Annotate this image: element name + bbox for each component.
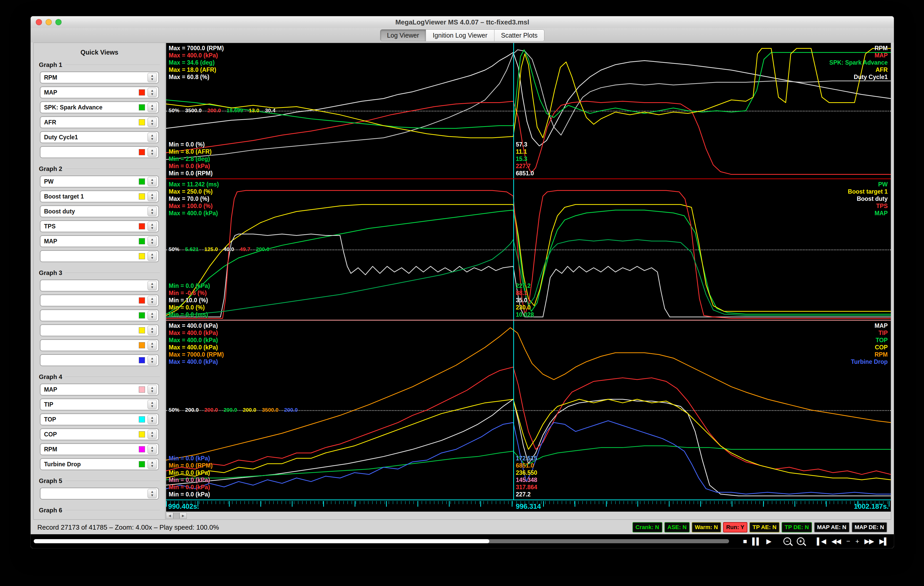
zoom-in-button[interactable]: + xyxy=(797,537,805,545)
stepper-arrows-icon[interactable]: ▲▼ xyxy=(148,430,157,439)
stepper-arrows-icon[interactable]: ▲▼ xyxy=(148,237,157,246)
tab-log-viewer[interactable]: Log Viewer xyxy=(380,30,426,41)
stepper-arrows-icon[interactable]: ▲▼ xyxy=(148,88,157,97)
quick-view-select[interactable]: Boost duty▲▼ xyxy=(40,205,159,217)
graph-group-label: Graph 4 xyxy=(39,373,160,381)
quick-view-select[interactable]: ▲▼ xyxy=(40,146,159,158)
scrollbar-thumb[interactable] xyxy=(173,513,180,519)
log-graph-2[interactable]: Max = 11.242 (ms)Max = 250.0 (%)Max = 70… xyxy=(166,178,891,320)
series-color-swatch xyxy=(139,119,145,125)
stepper-arrows-icon[interactable]: ▲▼ xyxy=(148,445,157,454)
zoom-out-button[interactable]: − xyxy=(784,537,791,545)
rewind-button[interactable]: ◀◀ xyxy=(831,538,841,545)
step-forward-button[interactable]: + xyxy=(855,538,859,545)
stepper-arrows-icon[interactable]: ▲▼ xyxy=(148,177,157,186)
quick-view-select[interactable]: MAP▲▼ xyxy=(40,235,159,247)
series-color-swatch xyxy=(139,446,145,452)
indicator-ase[interactable]: ASE: N xyxy=(665,522,690,532)
stepper-arrows-icon[interactable]: ▲▼ xyxy=(148,356,157,365)
playback-bar: ■▌▌▶−+▌◀◀◀−+▶▶▶▌ xyxy=(31,534,894,548)
step-back-button[interactable]: − xyxy=(846,538,850,545)
indicator-crank[interactable]: Crank: N xyxy=(632,522,662,532)
stepper-arrows-icon[interactable]: ▲▼ xyxy=(148,311,157,320)
selected-channel-label: Turbine Drop xyxy=(44,461,81,468)
quick-view-select[interactable]: MAP▲▼ xyxy=(40,384,159,396)
stepper-arrows-icon[interactable]: ▲▼ xyxy=(148,251,157,261)
stepper-arrows-icon[interactable]: ▲▼ xyxy=(148,118,157,127)
stepper-arrows-icon[interactable]: ▲▼ xyxy=(148,341,157,350)
stepper-arrows-icon[interactable]: ▲▼ xyxy=(148,489,157,498)
log-graph-3[interactable]: Max = 400.0 (kPa)Max = 400.0 (kPa)Max = … xyxy=(166,320,891,500)
stepper-arrows-icon[interactable]: ▲▼ xyxy=(148,296,157,305)
stepper-arrows-icon[interactable]: ▲▼ xyxy=(148,103,157,112)
log-graph-1[interactable]: Max = 7000.0 (RPM)Max = 400.0 (kPa)Max =… xyxy=(166,43,891,178)
quick-view-select[interactable]: ▲▼ xyxy=(40,280,159,291)
cursor-line[interactable] xyxy=(513,179,514,320)
play-button[interactable]: ▶ xyxy=(766,538,771,545)
series-line-RPM xyxy=(166,328,891,460)
position-thumb[interactable] xyxy=(34,539,489,543)
quick-view-select[interactable]: ▲▼ xyxy=(40,339,159,351)
quick-view-select[interactable]: ▲▼ xyxy=(40,250,159,262)
time-axis[interactable]: 990.402s. 996.314 1002.187s. xyxy=(166,500,891,512)
stepper-arrows-icon[interactable]: ▲▼ xyxy=(148,326,157,335)
quick-view-select[interactable]: TPS▲▼ xyxy=(40,220,159,232)
selected-channel-label: PW xyxy=(44,178,54,185)
stepper-arrows-icon[interactable]: ▲▼ xyxy=(148,133,157,142)
fast-forward-button[interactable]: ▶▶ xyxy=(865,538,874,545)
indicator-run[interactable]: Run: Y xyxy=(723,522,747,532)
stepper-arrows-icon[interactable]: ▲▼ xyxy=(148,207,157,216)
stepper-arrows-icon[interactable]: ▲▼ xyxy=(148,222,157,231)
indicator-map-de[interactable]: MAP DE: N xyxy=(851,522,888,532)
app-window: MegaLogViewer MS 4.0.07 – ttc-fixed3.msl… xyxy=(30,16,894,548)
indicator-map-ae[interactable]: MAP AE: N xyxy=(814,522,850,532)
quick-view-select[interactable]: SPK: Spark Advance▲▼ xyxy=(40,101,159,113)
pause-button[interactable]: ▌▌ xyxy=(752,538,761,545)
skip-start-button[interactable]: ▌◀ xyxy=(817,538,826,545)
stepper-arrows-icon[interactable]: ▲▼ xyxy=(148,73,157,82)
indicator-tp-ae[interactable]: TP AE: N xyxy=(749,522,779,532)
stepper-arrows-icon[interactable]: ▲▼ xyxy=(148,385,157,394)
tab-scatter-plots[interactable]: Scatter Plots xyxy=(495,30,544,41)
scroll-left-icon[interactable]: ◀ xyxy=(166,513,173,519)
minimize-button[interactable] xyxy=(46,19,52,25)
quick-view-select[interactable]: Duty Cycle1▲▼ xyxy=(40,131,159,143)
stepper-arrows-icon[interactable]: ▲▼ xyxy=(148,281,157,290)
quick-view-select[interactable]: ▲▼ xyxy=(40,354,159,366)
quick-view-select[interactable]: COP▲▼ xyxy=(40,428,159,440)
quick-view-select[interactable]: Boost target 1▲▼ xyxy=(40,190,159,202)
quick-view-select[interactable]: ▲▼ xyxy=(40,324,159,336)
series-color-swatch xyxy=(139,327,145,333)
maximize-button[interactable] xyxy=(55,19,61,25)
quick-view-select[interactable]: TOP▲▼ xyxy=(40,413,159,425)
stepper-arrows-icon[interactable]: ▲▼ xyxy=(148,415,157,424)
quick-view-select[interactable]: TIP▲▼ xyxy=(40,399,159,410)
quick-view-select[interactable]: ▲▼ xyxy=(40,309,159,321)
quick-view-select[interactable]: ▲▼ xyxy=(40,488,159,500)
selected-channel-label: AFR xyxy=(44,119,56,126)
selected-channel-label: SPK: Spark Advance xyxy=(44,104,102,111)
quick-view-select[interactable]: RPM▲▼ xyxy=(40,72,159,83)
stop-button[interactable]: ■ xyxy=(743,538,747,545)
stepper-arrows-icon[interactable]: ▲▼ xyxy=(148,192,157,201)
quick-view-select[interactable]: ▲▼ xyxy=(40,295,159,306)
stepper-arrows-icon[interactable]: ▲▼ xyxy=(148,147,157,157)
time-end-label: 1002.187s. xyxy=(854,503,889,510)
tab-ignition-log-viewer[interactable]: Ignition Log Viewer xyxy=(426,30,494,41)
quick-view-select[interactable]: RPM▲▼ xyxy=(40,443,159,455)
skip-end-button[interactable]: ▶▌ xyxy=(879,538,888,545)
stepper-arrows-icon[interactable]: ▲▼ xyxy=(148,460,157,469)
quick-view-select[interactable]: AFR▲▼ xyxy=(40,116,159,128)
position-scrollbar[interactable] xyxy=(34,539,729,543)
cursor-line[interactable] xyxy=(513,320,514,500)
indicator-warm[interactable]: Warm: N xyxy=(692,522,721,532)
quick-view-select[interactable]: MAP▲▼ xyxy=(40,86,159,98)
quick-view-select[interactable]: Turbine Drop▲▼ xyxy=(40,458,159,470)
titlebar[interactable]: MegaLogViewer MS 4.0.07 – ttc-fixed3.msl xyxy=(31,16,894,28)
stepper-arrows-icon[interactable]: ▲▼ xyxy=(148,400,157,409)
cursor-line[interactable] xyxy=(513,43,514,178)
close-button[interactable] xyxy=(36,19,42,25)
quick-view-select[interactable]: PW▲▼ xyxy=(40,176,159,187)
scroll-right-icon[interactable]: ▶ xyxy=(180,513,187,519)
indicator-tp-de[interactable]: TP DE: N xyxy=(782,522,812,532)
